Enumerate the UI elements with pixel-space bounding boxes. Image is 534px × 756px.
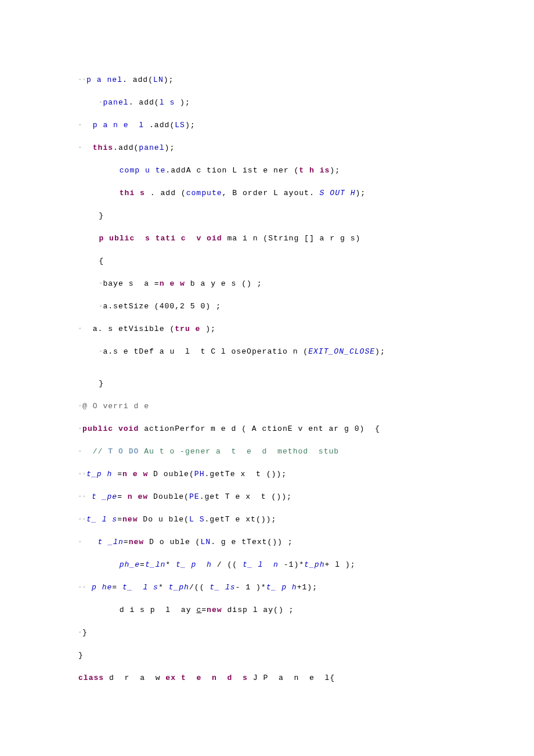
code-line: d i s p l ay c=new disp l ay() ; <box>78 606 456 614</box>
code-line: ▫▫p a nel. add(LN); <box>78 75 456 84</box>
marker-icon: ▫ <box>78 145 82 151</box>
marker-icon: ▫ <box>78 403 82 409</box>
code-line: comp u te.addA c tion L ist e ner (t h i… <box>78 166 456 175</box>
marker-icon: ▫ <box>78 448 82 455</box>
code-line: ▫ this.add(panel); <box>78 143 456 152</box>
code-line: ▫ a. s etVisible (tru e ); <box>78 325 456 333</box>
code-line: ▫ p a n e l .add(LS); <box>78 121 456 129</box>
marker-icon: ▫ <box>78 516 82 523</box>
marker-icon: ▫ <box>78 494 82 500</box>
code-line: p ublic s tati c v oid ma i n (String []… <box>78 234 456 243</box>
code-line: ▫▫ t _pe= n ew Double(PE.get T e x t ())… <box>78 492 456 501</box>
code-line: ▫ // T O DO Au t o -gener a t e d method… <box>78 447 456 456</box>
code-line: ▫ t _ln=new D o uble (LN. g e tText()) ; <box>78 538 456 546</box>
marker-icon: ▫ <box>78 471 82 477</box>
code-line: ▫} <box>78 628 456 637</box>
code-line: } <box>78 211 456 220</box>
code-line: ▫panel. add(l s ); <box>78 98 456 107</box>
code-line: ph_e=t_ln* t_ p h / (( t_ l n -1)*t_ph+ … <box>78 560 456 569</box>
code-line: ▫a.s e tDef a u l t C l oseOperatio n (E… <box>78 347 456 356</box>
code-line: ▫▫ p he= t_ l s* t_ph/(( t_ ls- 1 )*t_ p… <box>78 583 456 592</box>
code-line: ▫a.setSize (400,2 5 0) ; <box>78 302 456 311</box>
code-line: ▫baye s a =n e w b a y e s () ; <box>78 279 456 288</box>
code-line: { <box>78 257 456 265</box>
marker-icon: ▫ <box>78 629 82 636</box>
code-line: ▫public void actionPerfor m e d ( A ctio… <box>78 424 456 433</box>
code-line: class d r a w ex t e n d s J P a n e l{ <box>78 674 456 682</box>
code-line: ▫@ O verri d e <box>78 402 456 411</box>
marker-icon: ▫ <box>78 122 82 128</box>
code-line: } <box>78 379 456 388</box>
marker-icon: ▫ <box>78 539 82 545</box>
marker-icon: ▫ <box>78 326 82 332</box>
code-line: } <box>78 651 456 660</box>
code-line: ▫▫t_ l s=new Do u ble(L S.getT e xt()); <box>78 515 456 524</box>
code-line: ▫▫t_p h =n e w D ouble(PH.getTe x t ()); <box>78 470 456 478</box>
marker-icon: ▫ <box>78 77 82 83</box>
marker-icon: ▫ <box>82 494 86 500</box>
marker-icon: ▫ <box>82 584 86 591</box>
code-line: thi s . add (compute, B order L ayout. S… <box>78 189 456 197</box>
marker-icon: ▫ <box>78 426 82 432</box>
marker-icon: ▫ <box>78 584 82 591</box>
